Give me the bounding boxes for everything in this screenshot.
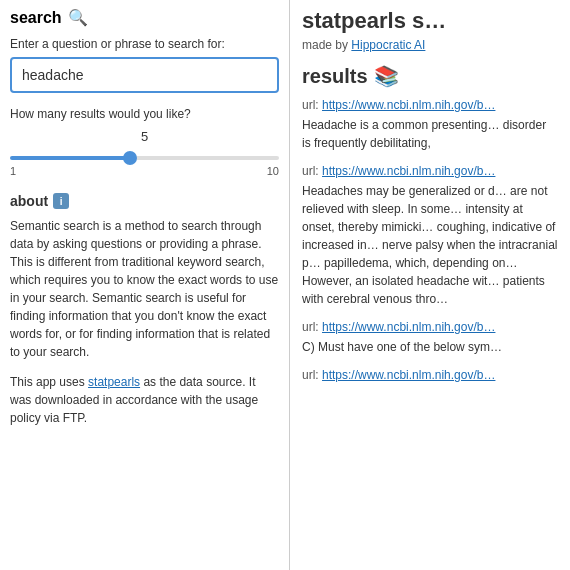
results-header: results 📚 [302, 64, 558, 88]
slider-value: 5 [10, 129, 279, 144]
slider-section: 5 1 10 [10, 129, 279, 177]
app-note-prefix: This app uses [10, 375, 88, 389]
search-title: search [10, 9, 62, 27]
slider-minmax: 1 10 [10, 165, 279, 177]
results-label: results [302, 65, 368, 88]
made-by-prefix: made by [302, 38, 351, 52]
books-icon: 📚 [374, 64, 399, 88]
result-link-0[interactable]: https://www.ncbi.nlm.nih.gov/b… [322, 98, 495, 112]
left-panel: search 🔍 Enter a question or phrase to s… [0, 0, 290, 570]
result-text-0: Headache is a common presenting… disorde… [302, 116, 558, 152]
result-url-3: url: https://www.ncbi.nlm.nih.gov/b… [302, 368, 558, 382]
hippocratic-link[interactable]: Hippocratic AI [351, 38, 425, 52]
result-url-0: url: https://www.ncbi.nlm.nih.gov/b… [302, 98, 558, 112]
result-link-3[interactable]: https://www.ncbi.nlm.nih.gov/b… [322, 368, 495, 382]
input-label: Enter a question or phrase to search for… [10, 37, 279, 51]
app-note: This app uses statpearls as the data sou… [10, 373, 279, 427]
made-by: made by Hippocratic AI [302, 38, 558, 52]
search-header: search 🔍 [10, 8, 279, 27]
result-text-2: C) Must have one of the below sym… [302, 338, 558, 356]
results-count-label: How many results would you like? [10, 107, 279, 121]
statpearls-link[interactable]: statpearls [88, 375, 140, 389]
result-link-1[interactable]: https://www.ncbi.nlm.nih.gov/b… [322, 164, 495, 178]
about-header: about i [10, 193, 279, 209]
result-text-1: Headaches may be generalized or d… are n… [302, 182, 558, 308]
info-icon: i [53, 193, 69, 209]
result-url-2: url: https://www.ncbi.nlm.nih.gov/b… [302, 320, 558, 334]
right-panel: statpearls s… made by Hippocratic AI res… [290, 0, 570, 570]
results-container: url: https://www.ncbi.nlm.nih.gov/b…Head… [302, 98, 558, 382]
results-slider[interactable] [10, 156, 279, 160]
slider-max: 10 [267, 165, 279, 177]
result-link-2[interactable]: https://www.ncbi.nlm.nih.gov/b… [322, 320, 495, 334]
app-title: statpearls s… [302, 8, 558, 34]
about-text: Semantic search is a method to search th… [10, 217, 279, 361]
about-label: about [10, 193, 48, 209]
result-url-1: url: https://www.ncbi.nlm.nih.gov/b… [302, 164, 558, 178]
search-input[interactable] [10, 57, 279, 93]
search-icon: 🔍 [68, 8, 88, 27]
slider-min: 1 [10, 165, 16, 177]
